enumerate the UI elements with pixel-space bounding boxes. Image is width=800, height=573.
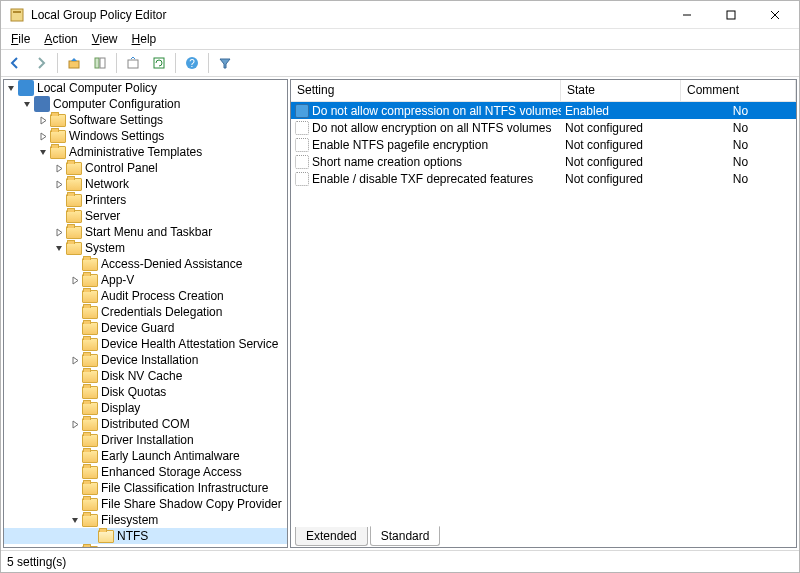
tree-label: Filesystem bbox=[101, 513, 158, 527]
tree-distributed-com[interactable]: Distributed COM bbox=[4, 416, 287, 432]
tree-ntfs[interactable]: NTFS bbox=[4, 528, 287, 544]
tree-network[interactable]: Network bbox=[4, 176, 287, 192]
column-comment[interactable]: Comment bbox=[681, 80, 796, 101]
tree-audit-process-creation[interactable]: Audit Process Creation bbox=[4, 288, 287, 304]
policy-setting-name: Short name creation options bbox=[312, 155, 462, 169]
menu-help[interactable]: Help bbox=[126, 31, 163, 47]
tree-device-guard[interactable]: Device Guard bbox=[4, 320, 287, 336]
tree-label: File Share Shadow Copy Provider bbox=[101, 497, 282, 511]
expander-spacer bbox=[52, 193, 66, 207]
tree-app-v[interactable]: App-V bbox=[4, 272, 287, 288]
collapse-icon[interactable] bbox=[20, 97, 34, 111]
tree-label: Server bbox=[85, 209, 120, 223]
tree-software-settings[interactable]: Software Settings bbox=[4, 112, 287, 128]
tree-disk-nv-cache[interactable]: Disk NV Cache bbox=[4, 368, 287, 384]
expand-icon[interactable] bbox=[36, 113, 50, 127]
policy-row[interactable]: Enable NTFS pagefile encryptionNot confi… bbox=[291, 136, 796, 153]
collapse-icon[interactable] bbox=[36, 145, 50, 159]
menu-action[interactable]: Action bbox=[38, 31, 83, 47]
tree-driver-installation[interactable]: Driver Installation bbox=[4, 432, 287, 448]
tab-extended[interactable]: Extended bbox=[295, 527, 368, 546]
tree-admin-templates[interactable]: Administrative Templates bbox=[4, 144, 287, 160]
tree-label: Device Guard bbox=[101, 321, 174, 335]
column-state[interactable]: State bbox=[561, 80, 681, 101]
tree-control-panel[interactable]: Control Panel bbox=[4, 160, 287, 176]
column-setting[interactable]: Setting bbox=[291, 80, 561, 101]
policy-setting-name: Do not allow encryption on all NTFS volu… bbox=[312, 121, 551, 135]
tree-server[interactable]: Server bbox=[4, 208, 287, 224]
folder-icon bbox=[82, 354, 98, 367]
expand-icon[interactable] bbox=[68, 417, 82, 431]
policy-row[interactable]: Do not allow encryption on all NTFS volu… bbox=[291, 119, 796, 136]
folder-icon bbox=[82, 402, 98, 415]
collapse-icon[interactable] bbox=[52, 241, 66, 255]
folder-icon bbox=[82, 450, 98, 463]
close-button[interactable] bbox=[753, 1, 797, 29]
folder-icon bbox=[66, 226, 82, 239]
folder-icon bbox=[82, 322, 98, 335]
up-level-button[interactable] bbox=[62, 52, 86, 74]
policy-row[interactable]: Short name creation optionsNot configure… bbox=[291, 153, 796, 170]
expand-icon[interactable] bbox=[52, 161, 66, 175]
help-button[interactable]: ? bbox=[180, 52, 204, 74]
tree-credentials-delegation[interactable]: Credentials Delegation bbox=[4, 304, 287, 320]
tree-early-launch-antimalware[interactable]: Early Launch Antimalware bbox=[4, 448, 287, 464]
policy-setting-name: Enable NTFS pagefile encryption bbox=[312, 138, 488, 152]
svg-rect-1 bbox=[13, 11, 21, 13]
minimize-button[interactable] bbox=[665, 1, 709, 29]
tree-enhanced-storage-access[interactable]: Enhanced Storage Access bbox=[4, 464, 287, 480]
tree-label: Disk Quotas bbox=[101, 385, 166, 399]
tree-label: Start Menu and Taskbar bbox=[85, 225, 212, 239]
folder-icon bbox=[66, 178, 82, 191]
tree-pane[interactable]: Local Computer PolicyComputer Configurat… bbox=[3, 79, 288, 548]
menu-view[interactable]: View bbox=[86, 31, 124, 47]
policy-row[interactable]: Do not allow compression on all NTFS vol… bbox=[291, 102, 796, 119]
tree-printers[interactable]: Printers bbox=[4, 192, 287, 208]
tree-filesystem[interactable]: Filesystem bbox=[4, 512, 287, 528]
folder-icon bbox=[50, 114, 66, 127]
tree-device-health-attestation[interactable]: Device Health Attestation Service bbox=[4, 336, 287, 352]
window-title: Local Group Policy Editor bbox=[31, 8, 665, 22]
filter-button[interactable] bbox=[213, 52, 237, 74]
expander-spacer bbox=[68, 497, 82, 511]
tree-file-classification-infrastructure[interactable]: File Classification Infrastructure bbox=[4, 480, 287, 496]
svg-rect-8 bbox=[100, 58, 105, 68]
collapse-icon[interactable] bbox=[68, 513, 82, 527]
refresh-button[interactable] bbox=[147, 52, 171, 74]
tree-system[interactable]: System bbox=[4, 240, 287, 256]
expand-icon[interactable] bbox=[52, 177, 66, 191]
tree-root[interactable]: Local Computer Policy bbox=[4, 80, 287, 96]
policy-setting-name: Do not allow compression on all NTFS vol… bbox=[312, 104, 561, 118]
nav-forward-button[interactable] bbox=[29, 52, 53, 74]
status-text: 5 setting(s) bbox=[7, 555, 66, 569]
expand-icon[interactable] bbox=[36, 129, 50, 143]
nav-back-button[interactable] bbox=[3, 52, 27, 74]
tree-file-share-shadow-copy[interactable]: File Share Shadow Copy Provider bbox=[4, 496, 287, 512]
expand-icon[interactable] bbox=[68, 353, 82, 367]
expand-icon[interactable] bbox=[52, 225, 66, 239]
policy-row[interactable]: Enable / disable TXF deprecated features… bbox=[291, 170, 796, 187]
policy-setting-icon bbox=[295, 155, 309, 169]
tree-folder-redirection[interactable]: Folder Redirection bbox=[4, 544, 287, 548]
tree-computer-configuration[interactable]: Computer Configuration bbox=[4, 96, 287, 112]
policy-setting-icon bbox=[295, 172, 309, 186]
folder-icon bbox=[66, 210, 82, 223]
expand-icon[interactable] bbox=[68, 273, 82, 287]
tree-start-menu-taskbar[interactable]: Start Menu and Taskbar bbox=[4, 224, 287, 240]
maximize-button[interactable] bbox=[709, 1, 753, 29]
menu-file[interactable]: File bbox=[5, 31, 36, 47]
folder-icon bbox=[98, 530, 114, 543]
tree-windows-settings[interactable]: Windows Settings bbox=[4, 128, 287, 144]
collapse-icon[interactable] bbox=[4, 81, 18, 95]
show-hide-tree-button[interactable] bbox=[88, 52, 112, 74]
tree-access-denied-assistance[interactable]: Access-Denied Assistance bbox=[4, 256, 287, 272]
tree-disk-quotas[interactable]: Disk Quotas bbox=[4, 384, 287, 400]
list-body[interactable]: Do not allow compression on all NTFS vol… bbox=[291, 102, 796, 526]
tree-device-installation[interactable]: Device Installation bbox=[4, 352, 287, 368]
toolbar-separator bbox=[57, 53, 58, 73]
tab-standard[interactable]: Standard bbox=[370, 526, 441, 546]
expand-icon[interactable] bbox=[68, 545, 82, 548]
export-button[interactable] bbox=[121, 52, 145, 74]
tree-display[interactable]: Display bbox=[4, 400, 287, 416]
policy-comment: No bbox=[681, 138, 796, 152]
